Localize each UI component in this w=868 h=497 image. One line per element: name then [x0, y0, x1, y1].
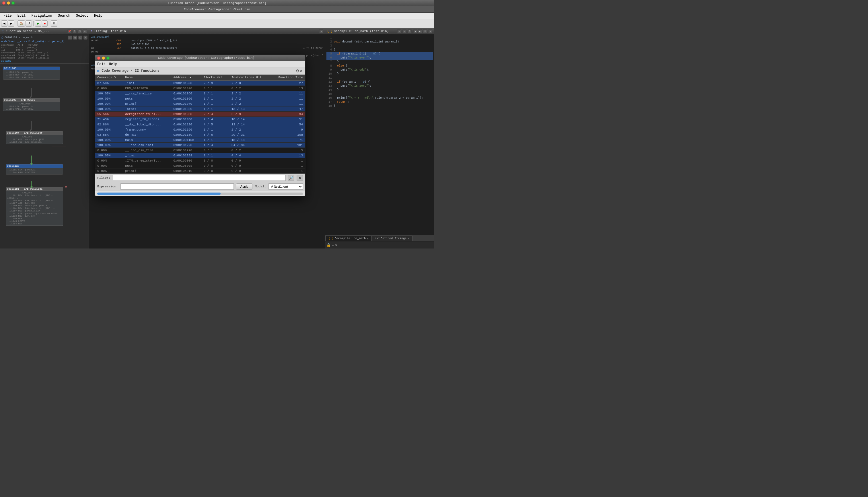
panel-max-btn[interactable]: □: [78, 29, 82, 33]
codebrowser-title: CodeBrowser: Cartographer:/test.bin: [2, 8, 432, 11]
coverage-table-row[interactable]: 93.55%do_math0x001011695 / 629 / 31108: [95, 132, 305, 138]
dialog-min-tl[interactable]: [102, 57, 105, 60]
decompiler-tab-strings[interactable]: DAT Defined Strings ✕: [372, 236, 413, 241]
right-panel: { } Decompile: do_math (test.bin) ↺ ✏ ⊡ …: [325, 28, 434, 248]
edit-icon2: ✏: [332, 243, 334, 247]
coverage-table-row[interactable]: 100.00%_fini0x001012981 / 14 / 413: [95, 153, 305, 158]
menu-search[interactable]: Search: [57, 13, 71, 18]
toolbar-stop[interactable]: ■: [42, 20, 48, 27]
panel-snap-btn[interactable]: ⊡: [73, 29, 76, 33]
coverage-table-row[interactable]: 100.00%__libc_csu_init0x001012204 / 434 …: [95, 143, 305, 148]
func-edit-btn[interactable]: ✏: [68, 36, 72, 40]
menu-file[interactable]: File: [2, 13, 13, 18]
coverage-table-row[interactable]: 87.50%_init0x001010002 / 37 / 827: [95, 81, 305, 86]
minimize-button[interactable]: [7, 1, 10, 4]
toolbar-refresh[interactable]: ↺: [26, 20, 32, 27]
coverage-table-row[interactable]: 100.00%_start0x001010801 / 113 / 1347: [95, 106, 305, 112]
col-coverage[interactable]: Coverage %: [95, 75, 123, 81]
maximize-button[interactable]: [12, 1, 15, 4]
filter-icon-btn[interactable]: 🔎: [288, 175, 294, 181]
dialog-close-tl[interactable]: [97, 57, 100, 60]
coverage-table-row[interactable]: 92.86%__do_global_dtor...0x001011204 / 5…: [95, 122, 305, 127]
dialog-menu-edit[interactable]: Edit: [97, 62, 105, 66]
disasm-title: Listing: test.bin: [94, 30, 318, 33]
col-instr[interactable]: Instructions Hit: [229, 75, 271, 81]
disasm-close-btn[interactable]: ✕: [319, 29, 323, 33]
panel-close-btn[interactable]: ✕: [83, 29, 87, 33]
filter-label: Filter:: [97, 176, 111, 180]
function-graph-title: Function Graph - do_...: [6, 30, 66, 33]
close-icon2: ✕: [335, 243, 337, 247]
function-address: 00101169 - do_math: [4, 36, 32, 39]
dialog-menu-help[interactable]: Help: [109, 62, 117, 66]
code-coverage-dialog[interactable]: Code Coverage [CodeBrowser: Cartographer…: [95, 55, 305, 196]
toolbar-back[interactable]: ◀: [1, 20, 8, 27]
expression-input[interactable]: [120, 183, 234, 190]
decompiler-title: Decompile: do_math (test.bin): [334, 30, 396, 33]
menu-navigation[interactable]: Navigation: [30, 13, 53, 18]
func-max2-btn[interactable]: □: [78, 36, 82, 40]
left-panel: ⬡ Function Graph - do_... 📌 ⊡ □ ✕ ⬡ 0010…: [0, 28, 89, 248]
decompiler-close-btn[interactable]: ✕: [428, 29, 432, 33]
filter-input[interactable]: [113, 175, 286, 181]
coverage-table-row[interactable]: 0.00%_ITM_deregisterT...0x001050000 / 00…: [95, 158, 305, 163]
dialog-max-tl[interactable]: [106, 57, 110, 60]
sort-icon: ▼: [190, 76, 191, 79]
decompiler-options-btn[interactable]: ☰: [423, 29, 427, 33]
decompiler-nav-left[interactable]: ◀: [413, 29, 417, 33]
coverage-close-btn[interactable]: ✕: [300, 69, 303, 73]
code-line: 2 void do_math(uint param_1,int param_2): [327, 40, 433, 44]
toolbar-run[interactable]: ▶: [35, 20, 41, 27]
function-signature: undefined __stdcall do_math(uint param_1…: [1, 40, 87, 43]
coverage-table-row[interactable]: 0.00%__libc_csu_fini0x001012900 / 10 / 2…: [95, 148, 305, 153]
coverage-table-row[interactable]: 100.00%printf0x001010701 / 12 / 211: [95, 101, 305, 106]
code-line: 9 puts("X is odd");: [327, 68, 433, 72]
coverage-table-row[interactable]: 0.00%printf0x001050100 / 00 / 01: [95, 168, 305, 174]
code-line: 8 else {: [327, 64, 433, 68]
tab-close-domath[interactable]: ✕: [367, 237, 368, 240]
coverage-table-scroll[interactable]: Coverage % Name Address ▼ Blocks Hit Ins…: [95, 75, 305, 174]
menu-select[interactable]: Select: [75, 13, 89, 18]
apply-button[interactable]: Apply: [236, 183, 253, 190]
menu-edit[interactable]: Edit: [16, 13, 27, 18]
tab-close-strings[interactable]: ✕: [408, 237, 409, 240]
close-button[interactable]: [2, 1, 5, 4]
coverage-table-row[interactable]: 71.43%register_tm_clones0x001010E02 / 41…: [95, 117, 305, 122]
func-snap2-btn[interactable]: ⊡: [73, 36, 77, 40]
func-close2-btn[interactable]: ✕: [84, 36, 87, 40]
disasm-row: ec 00 CMP dword ptr [RBP + local_1c],0x0: [89, 39, 324, 42]
coverage-table-row[interactable]: 0.00%FUN_001010200x001010200 / 10 / 213: [95, 86, 305, 91]
col-funcsize[interactable]: Function Size: [271, 75, 305, 81]
col-name[interactable]: Name: [123, 75, 171, 81]
coverage-table-row[interactable]: 55.56%deregister_tm_cl...0x001010B02 / 4…: [95, 112, 305, 117]
code-line: 12 if (param_1 == 0) {: [327, 80, 433, 84]
decompiler-tab-bar: { } Decompile: do_math ✕ DAT Defined Str…: [325, 235, 434, 242]
decompiler-edit-btn[interactable]: ✏: [403, 29, 406, 33]
toolbar-forward[interactable]: ▶: [8, 20, 14, 27]
coverage-table-row[interactable]: 100.00%__cxa_finalize0x001010501 / 12 / …: [95, 91, 305, 96]
decompiler-tab-domath[interactable]: { } Decompile: do_math ✕: [325, 236, 372, 241]
col-address[interactable]: Address ▼: [171, 75, 201, 81]
code-line: 16 printf("X + Y = %d\n",(ulong)(param_2…: [327, 96, 433, 100]
decompiler-snap-btn[interactable]: ⊡: [408, 29, 411, 33]
decompiler-content[interactable]: 1 2 void do_math(uint param_1,int param_…: [325, 34, 434, 235]
decompiler-nav-right[interactable]: ▶: [418, 29, 422, 33]
coverage-table-row[interactable]: 100.00%puts0x001010601 / 12 / 211: [95, 96, 305, 101]
coverage-table-row[interactable]: 100.00%frame_dummy0x001011601 / 12 / 29: [95, 127, 305, 132]
toolbar-home[interactable]: 🏠: [17, 20, 25, 27]
code-line: 4 {: [327, 48, 433, 52]
code-line: 13 puts("X is zero");: [327, 84, 433, 88]
coverage-settings-btn[interactable]: ⚙: [296, 69, 300, 73]
disasm-row: LAB_0010119f: [89, 35, 324, 39]
filter-settings-btn[interactable]: ⚙: [296, 175, 303, 181]
dialog-title-bar: Code Coverage [CodeBrowser: Cartographer…: [95, 55, 305, 61]
decompiler-refresh-btn[interactable]: ↺: [397, 29, 401, 33]
code-line: 10 }: [327, 72, 433, 76]
menu-help[interactable]: Help: [93, 13, 103, 18]
model-select[interactable]: A (test1.log) B (test2.log): [269, 183, 303, 190]
toolbar-settings[interactable]: ⚙: [51, 20, 57, 27]
coverage-table-row[interactable]: 100.00%main0x0010011D51 / 118 / 1871: [95, 138, 305, 143]
col-blocks[interactable]: Blocks Hit: [201, 75, 229, 81]
coverage-table-row[interactable]: 0.00%puts0x001050080 / 00 / 01: [95, 163, 305, 168]
panel-pin-btn[interactable]: 📌: [68, 29, 71, 33]
